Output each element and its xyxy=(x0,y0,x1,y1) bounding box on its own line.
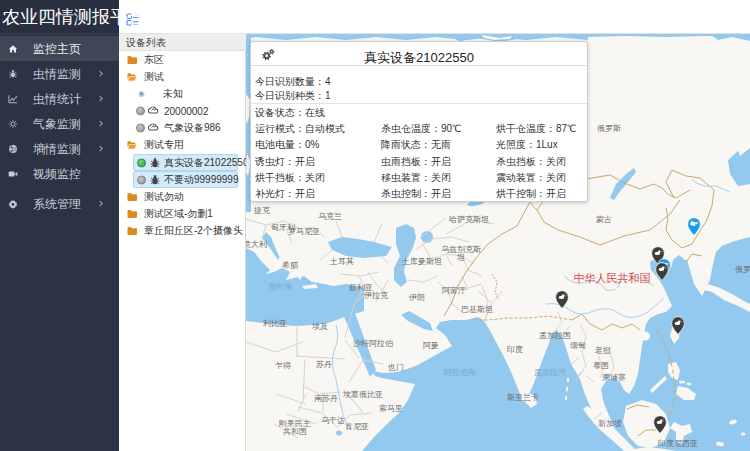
svg-text:孟加拉国: 孟加拉国 xyxy=(539,331,571,340)
svg-text:共和国: 共和国 xyxy=(283,427,307,436)
svg-text:阿富汗: 阿富汗 xyxy=(442,286,466,295)
svg-text:老挝: 老挝 xyxy=(594,346,611,355)
svg-text:中华人民共和国: 中华人民共和国 xyxy=(574,272,651,284)
svg-text:伊朗: 伊朗 xyxy=(409,293,425,302)
svg-text:捷克: 捷克 xyxy=(254,206,271,215)
svg-text:巴基斯坦: 巴基斯坦 xyxy=(461,305,493,314)
svg-text:土库曼斯坦: 土库曼斯坦 xyxy=(401,257,442,266)
svg-text:也门: 也门 xyxy=(388,363,404,372)
svg-text:埃塞俄比亚: 埃塞俄比亚 xyxy=(342,390,383,399)
svg-text:乍得: 乍得 xyxy=(275,361,291,370)
svg-text:泰国: 泰国 xyxy=(593,361,609,370)
svg-text:缅甸: 缅甸 xyxy=(570,341,586,350)
svg-text:利比亚: 利比亚 xyxy=(263,319,287,328)
svg-text:阿曼: 阿曼 xyxy=(423,341,439,350)
svg-text:孟加拉湾: 孟加拉湾 xyxy=(534,368,566,377)
svg-text:肯尼亚: 肯尼亚 xyxy=(345,422,369,431)
svg-text:土耳其: 土耳其 xyxy=(329,257,354,266)
svg-text:罗马尼亚: 罗马尼亚 xyxy=(288,227,320,236)
svg-text:印度: 印度 xyxy=(507,345,523,354)
svg-text:埃及: 埃及 xyxy=(311,322,328,331)
svg-text:斯里兰卡: 斯里兰卡 xyxy=(507,393,539,402)
svg-text:地中海: 地中海 xyxy=(267,282,292,291)
svg-text:阿拉伯海: 阿拉伯海 xyxy=(444,368,476,377)
svg-text:俄罗斯: 俄罗斯 xyxy=(597,124,621,133)
svg-text:哈萨克斯坦: 哈萨克斯坦 xyxy=(449,215,489,224)
svg-text:俄罗斯: 俄罗斯 xyxy=(735,265,750,274)
svg-text:乌克兰: 乌克兰 xyxy=(318,212,342,221)
svg-text:南苏丹: 南苏丹 xyxy=(314,394,338,403)
svg-text:印度尼西亚: 印度尼西亚 xyxy=(658,439,698,448)
svg-text:苏丹: 苏丹 xyxy=(316,360,332,369)
svg-text:伊拉克: 伊拉克 xyxy=(364,291,389,300)
svg-text:希腊: 希腊 xyxy=(282,261,298,270)
svg-text:索马里: 索马里 xyxy=(379,404,403,413)
svg-text:蒙古: 蒙古 xyxy=(596,215,612,224)
svg-text:柬埔寨: 柬埔寨 xyxy=(602,373,626,382)
svg-text:沙特阿拉伯: 沙特阿拉伯 xyxy=(353,339,393,348)
svg-text:乌干达: 乌干达 xyxy=(321,416,345,425)
svg-text:意大利: 意大利 xyxy=(246,240,267,249)
svg-text:新加坡: 新加坡 xyxy=(598,419,622,428)
svg-text:坦: 坦 xyxy=(456,253,465,262)
